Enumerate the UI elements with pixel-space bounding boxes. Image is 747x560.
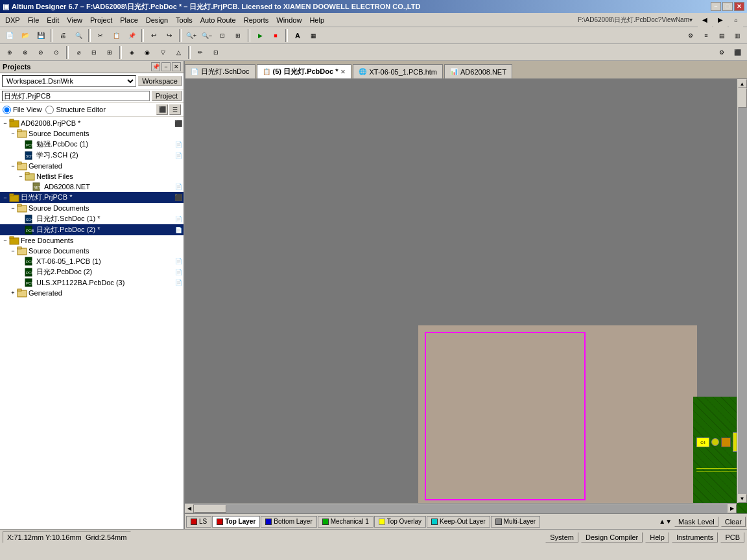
scroll-thumb-h[interactable] (194, 505, 226, 513)
tb2-3[interactable]: ⊘ (34, 45, 48, 60)
panel-pin[interactable]: 📌 (151, 62, 160, 71)
menu-edit[interactable]: Edit (43, 15, 63, 25)
tb2-6[interactable]: ⊟ (87, 45, 101, 60)
tb2-10[interactable]: ▽ (156, 45, 170, 60)
tree-item-src3[interactable]: − Source Documents (0, 246, 184, 256)
tb-text[interactable]: A (290, 29, 305, 43)
tab-pcbdoc-close[interactable]: ✕ (340, 69, 346, 75)
tree-item-ad62008[interactable]: − AD62008.PrjPCB * ⬛ (0, 118, 184, 128)
maximize-button[interactable]: □ (722, 2, 733, 11)
menu-dxp[interactable]: DXP (1, 15, 24, 25)
menu-window[interactable]: Window (272, 15, 305, 25)
tb2-13[interactable]: ⊡ (209, 45, 223, 60)
tab-htm[interactable]: 🌐 XT-06-05_1.PCB.htm (353, 64, 443, 78)
expand-riGuangDeng[interactable]: − (1, 194, 9, 201)
scroll-down-btn[interactable]: ▼ (738, 494, 747, 503)
tree-item-riGuangDeng[interactable]: − 日光灯.PrjPCB * ⬛ (0, 192, 184, 203)
menu-help[interactable]: Help (305, 15, 328, 25)
tb-print[interactable]: 🖨 (56, 29, 70, 43)
v-scrollbar[interactable]: ▲ ▼ (737, 79, 747, 503)
expand-src1[interactable]: − (9, 130, 17, 137)
expand-ad62008[interactable]: − (1, 120, 9, 126)
tb2-9[interactable]: ◉ (140, 45, 154, 60)
layer-top[interactable]: Top Layer (212, 516, 260, 528)
tree-item-sch1[interactable]: SCH 学习.SCH (2) 📄 (0, 150, 184, 161)
nav-back[interactable]: ◀ (698, 13, 712, 27)
scroll-right-btn[interactable]: ▶ (728, 504, 737, 513)
panel-close[interactable]: ✕ (172, 62, 181, 71)
project-name-input[interactable] (2, 91, 150, 101)
system-btn[interactable]: System (545, 532, 578, 542)
layer-mech1[interactable]: Mechanical 1 (318, 516, 374, 528)
tb2-4[interactable]: ⊙ (49, 45, 64, 60)
layer-topoverlay[interactable]: Top Overlay (374, 516, 426, 528)
tab-schdoc[interactable]: 📄 日光灯.SchDoc (185, 64, 255, 78)
expand-netlist[interactable]: − (17, 173, 25, 180)
tree-item-src1[interactable]: − Source Documents (0, 128, 184, 139)
tb-preview[interactable]: 🔍 (71, 29, 86, 43)
tree-item-gen1[interactable]: − Generated (0, 161, 184, 171)
close-button[interactable]: ✕ (734, 2, 744, 11)
scroll-thumb-v[interactable] (738, 88, 747, 108)
expand-gen2[interactable]: + (9, 290, 17, 296)
tree-item-pcbdoc1[interactable]: PCB 勉强.PcbDoc (1) 📄 (0, 139, 184, 150)
tb-zoom-area[interactable]: ⊞ (231, 29, 245, 43)
tb-r1[interactable]: ⚙ (683, 29, 698, 43)
workspace-button[interactable]: Workspace (138, 76, 182, 86)
menu-view[interactable]: View (63, 15, 86, 25)
tree-item-rg2[interactable]: PCB 日光2.PcbDoc (2) 📄 (0, 266, 184, 277)
tree-item-netlist[interactable]: − Netlist Files (0, 171, 184, 181)
layer-keepout[interactable]: Keep-Out Layer (427, 516, 490, 528)
tb-zoom-fit[interactable]: ⊡ (215, 29, 230, 43)
menu-tools[interactable]: Tools (172, 15, 196, 25)
tb-copy[interactable]: 📋 (109, 29, 123, 43)
tb-r2[interactable]: ≡ (699, 29, 713, 43)
menu-design[interactable]: Design (142, 15, 172, 25)
expand-src2[interactable]: − (9, 205, 17, 211)
menu-autoroute[interactable]: Auto Route (196, 15, 240, 25)
tb-r3[interactable]: ▤ (715, 29, 729, 43)
layer-multi[interactable]: Multi-Layer (491, 516, 540, 528)
expand-free[interactable]: − (1, 237, 9, 244)
design-compiler-btn[interactable]: Design Compiler (581, 532, 643, 542)
menu-reports[interactable]: Reports (240, 15, 273, 25)
tb-redo[interactable]: ↪ (162, 29, 176, 43)
tb-zoom-in[interactable]: 🔍+ (184, 29, 198, 43)
tree-item-xt06[interactable]: PCB XT-06-05_1.PCB (1) 📄 (0, 256, 184, 266)
tb-cut[interactable]: ✂ (93, 29, 108, 43)
menu-place[interactable]: Place (116, 15, 142, 25)
scroll-up-btn[interactable]: ▲ (738, 79, 747, 88)
tb2-11[interactable]: △ (171, 45, 185, 60)
tree-item-gen2[interactable]: + Generated (0, 288, 184, 298)
clear-btn[interactable]: Clear (721, 517, 746, 527)
canvas-content[interactable]: C4 (185, 79, 747, 513)
workspace-dropdown[interactable]: Workspace1.DsnWrk (2, 75, 136, 87)
tb-run[interactable]: ▶ (253, 29, 267, 43)
tb-paste[interactable]: 📌 (124, 29, 139, 43)
tb-new[interactable]: 📄 (3, 29, 17, 43)
scroll-left-btn[interactable]: ◀ (185, 504, 194, 513)
tree-item-pcbdoc2[interactable]: PCB 日光灯.PcbDoc (2) * 📄 (0, 224, 184, 235)
tree-item-src2[interactable]: − Source Documents (0, 203, 184, 213)
scroll-track-v[interactable] (738, 88, 747, 494)
expand-src3[interactable]: − (9, 248, 17, 254)
tb-zoom-out[interactable]: 🔍− (200, 29, 214, 43)
tb2-7[interactable]: ⊞ (102, 45, 117, 60)
instruments-btn[interactable]: Instruments (672, 532, 718, 542)
tb2-r1[interactable]: ⚙ (715, 45, 729, 60)
tree-item-free[interactable]: − Free Documents (0, 235, 184, 246)
tb2-2[interactable]: ⊗ (18, 45, 32, 60)
tb-stop[interactable]: ■ (268, 29, 283, 43)
view-icon-1[interactable]: ⬛ (156, 104, 168, 115)
tb-extra[interactable]: ▦ (306, 29, 320, 43)
tb-r4[interactable]: ▥ (730, 29, 744, 43)
tb2-5[interactable]: ⌀ (71, 45, 86, 60)
nav-home[interactable]: ⌂ (729, 13, 743, 27)
expand-gen1[interactable]: − (9, 163, 17, 169)
structure-radio-input[interactable] (45, 106, 54, 114)
layer-ls[interactable]: LS (186, 516, 211, 528)
tree-item-uls[interactable]: PCB ULS.XP1122BA.PcbDoc (3) 📄 (0, 277, 184, 288)
tb-save[interactable]: 💾 (34, 29, 48, 43)
tab-net[interactable]: 📊 AD62008.NET (444, 64, 512, 78)
tb2-r2[interactable]: ⬛ (730, 45, 744, 60)
